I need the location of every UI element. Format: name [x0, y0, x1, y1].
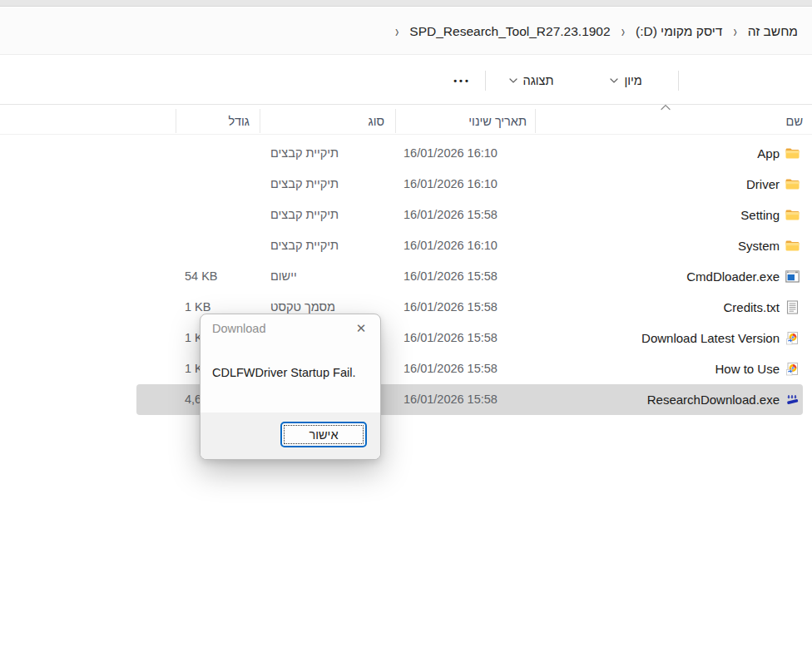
file-name: How to Use	[715, 353, 780, 384]
file-type: תיקיית קבצים	[260, 169, 395, 200]
file-name: ResearchDownload.exe	[647, 384, 780, 415]
command-toolbar: A מיון תצוגה •••	[0, 56, 812, 105]
folder-icon	[785, 238, 800, 254]
breadcrumb-item[interactable]: SPD_Research_Tool_R27.23.1902	[404, 21, 616, 42]
address-bar: מחשב זה‹דיסק מקומי (D:)‹SPD_Research_Too…	[0, 7, 812, 55]
column-header-row: שם תאריך שינוי סוג גודל	[0, 106, 812, 135]
column-header-type[interactable]: סוג	[260, 111, 395, 131]
column-header-name[interactable]: שם	[535, 111, 803, 131]
rename-button[interactable]: A	[789, 67, 812, 95]
share-button[interactable]	[742, 67, 770, 95]
file-type: תיקיית קבצים	[260, 230, 395, 261]
download-dialog: Download ✕ CDLFWDriver Startup Fail. איש…	[200, 314, 381, 460]
file-row[interactable]: App 16/01/2026 16:10 תיקיית קבצים	[136, 138, 803, 169]
file-name: CmdDloader.exe	[686, 261, 780, 292]
sort-button-label: מיון	[624, 74, 641, 87]
file-row[interactable]: System 16/01/2026 16:10 תיקיית קבצים	[136, 230, 803, 261]
more-options-button[interactable]: •••	[449, 67, 478, 95]
breadcrumb-chevron-icon[interactable]: ‹	[616, 22, 630, 41]
file-date-modified: 16/01/2026 15:58	[395, 384, 535, 415]
folder-icon	[785, 207, 800, 223]
breadcrumb-chevron-icon[interactable]: ‹	[390, 22, 404, 41]
breadcrumb-chevron-icon[interactable]: ‹	[728, 22, 741, 41]
dialog-ok-button[interactable]: אישור	[280, 422, 367, 447]
file-row[interactable]: Driver 16/01/2026 16:10 תיקיית קבצים	[136, 169, 803, 200]
dialog-message: CDLFWDriver Startup Fail.	[212, 366, 355, 379]
file-date-modified: 16/01/2026 16:10	[395, 138, 535, 169]
column-divider[interactable]	[535, 109, 536, 133]
file-size	[176, 200, 260, 230]
toolbar-divider	[678, 71, 679, 91]
chevron-down-icon	[610, 78, 618, 83]
sort-button[interactable]: מיון	[592, 67, 666, 95]
tab-strip	[0, 0, 812, 7]
column-divider[interactable]	[260, 109, 260, 133]
folder-icon	[785, 146, 800, 161]
file-date-modified: 16/01/2026 15:58	[395, 292, 535, 323]
explorer-window: { "breadcrumb": { "separator": "‹", "ite…	[0, 0, 812, 657]
app-icon	[785, 269, 800, 284]
file-type: תיקיית קבצים	[260, 138, 395, 169]
dialog-close-button[interactable]: ✕	[350, 319, 372, 338]
column-header-size[interactable]: גודל	[176, 111, 260, 131]
view-button-label: תצוגה	[523, 74, 554, 87]
shortcut-icon	[785, 361, 800, 377]
file-name: App	[757, 138, 780, 169]
file-date-modified: 16/01/2026 15:58	[395, 261, 535, 292]
breadcrumb-item[interactable]: דיסק מקומי (D:)	[630, 21, 728, 42]
file-name: Driver	[746, 169, 780, 200]
column-header-date-modified[interactable]: תאריך שינוי	[395, 111, 535, 131]
dialog-title: Download	[212, 322, 266, 335]
file-size	[176, 230, 260, 261]
file-date-modified: 16/01/2026 15:58	[395, 353, 535, 384]
file-name: Download Latest Version	[641, 323, 780, 353]
view-button[interactable]: תצוגה	[489, 67, 579, 95]
file-size	[176, 138, 260, 169]
file-row[interactable]: CmdDloader.exe 16/01/2026 15:58 יישום 54…	[136, 261, 803, 292]
shortcut-icon	[785, 330, 800, 346]
file-type: תיקיית קבצים	[260, 200, 395, 230]
file-size: 54 KB	[176, 261, 260, 292]
research-icon	[785, 392, 800, 408]
delete-button[interactable]	[692, 67, 720, 95]
file-date-modified: 16/01/2026 16:10	[395, 169, 535, 200]
folder-icon	[785, 176, 800, 192]
column-divider[interactable]	[176, 109, 176, 133]
file-date-modified: 16/01/2026 15:58	[395, 200, 535, 230]
file-row[interactable]: Setting 16/01/2026 15:58 תיקיית קבצים	[136, 200, 803, 230]
sort-ascending-indicator	[660, 104, 671, 111]
file-date-modified: 16/01/2026 16:10	[395, 230, 535, 261]
chevron-down-icon	[509, 78, 517, 83]
file-type: יישום	[260, 261, 395, 292]
breadcrumb-item[interactable]: מחשב זה	[742, 21, 804, 42]
toolbar-divider	[485, 71, 486, 91]
file-name: Credits.txt	[723, 292, 780, 323]
file-name: System	[738, 230, 780, 261]
breadcrumb: מחשב זה‹דיסק מקומי (D:)‹SPD_Research_Too…	[390, 7, 804, 55]
file-name: Setting	[740, 200, 780, 230]
text-icon	[785, 299, 800, 315]
file-date-modified: 16/01/2026 15:58	[395, 323, 535, 353]
column-divider[interactable]	[395, 109, 396, 133]
more-dots-icon: •••	[453, 76, 473, 86]
dialog-footer: אישור	[201, 412, 380, 459]
file-size	[176, 169, 260, 200]
